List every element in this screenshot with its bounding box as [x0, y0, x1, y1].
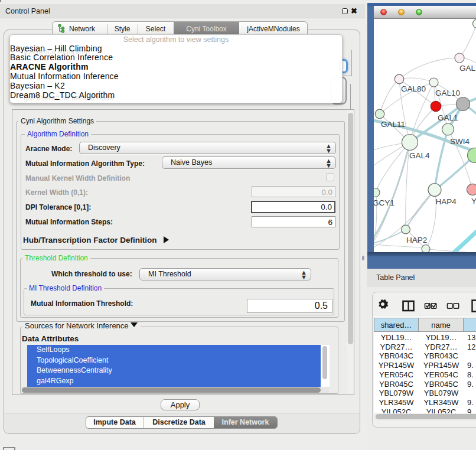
svg-text:SWI4: SWI4	[450, 137, 470, 146]
svg-text:GCY1: GCY1	[374, 198, 395, 207]
svg-text:Y: Y	[471, 197, 476, 206]
svg-text:HAP4: HAP4	[436, 197, 457, 206]
svg-text:GAL80: GAL80	[401, 84, 426, 93]
svg-text:GAL7: GAL7	[459, 64, 476, 73]
svg-text:GAL4: GAL4	[409, 151, 430, 160]
svg-text:GAL1: GAL1	[438, 113, 458, 122]
svg-text:HAP2: HAP2	[406, 236, 427, 244]
svg-text:GAL11: GAL11	[381, 120, 405, 129]
svg-text:GAL10: GAL10	[435, 89, 460, 97]
